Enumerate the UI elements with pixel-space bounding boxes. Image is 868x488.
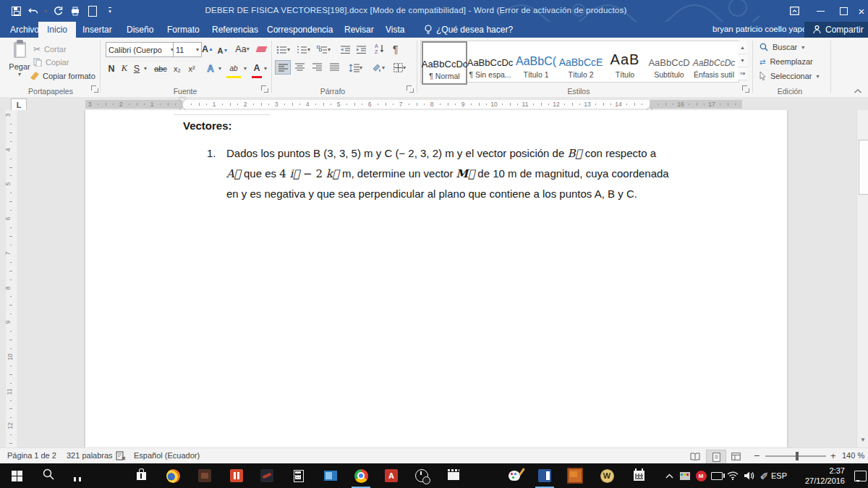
change-case-button[interactable]: Aa▾ bbox=[233, 41, 252, 56]
show-paragraph-marks-button[interactable]: ¶ bbox=[393, 41, 399, 56]
font-size-select[interactable]: 11▾ bbox=[173, 42, 202, 57]
subscript-button[interactable]: x₂ bbox=[171, 61, 184, 76]
text-effects-button[interactable]: A bbox=[205, 61, 216, 76]
styles-more-icon[interactable]: ≡▾ bbox=[738, 67, 747, 80]
paint-icon[interactable] bbox=[502, 463, 527, 488]
document-page[interactable]: Vectores: 1. Dados los puntos B (3, 3, 5… bbox=[85, 110, 787, 447]
tab-stop-selector[interactable]: L bbox=[11, 98, 27, 111]
strikethrough-button[interactable]: abc bbox=[152, 61, 169, 76]
language-indicator[interactable]: Español (Ecuador) bbox=[134, 451, 200, 460]
style-titulo-1[interactable]: AaBbC(Título 1 bbox=[515, 41, 557, 82]
style-titulo-2[interactable]: AaBbCcETítulo 2 bbox=[560, 41, 602, 82]
task-view-icon[interactable] bbox=[65, 463, 90, 488]
read-mode-icon[interactable] bbox=[686, 450, 705, 463]
italic-button[interactable]: K bbox=[119, 61, 130, 76]
calculator-icon[interactable] bbox=[286, 463, 311, 488]
paste-button[interactable]: Pegar ▾ bbox=[7, 42, 32, 77]
store-icon[interactable] bbox=[129, 463, 153, 488]
red-app-icon[interactable] bbox=[224, 463, 249, 488]
tab-diseno[interactable]: Diseño bbox=[118, 22, 162, 38]
user-name[interactable]: bryan patricio coello yapo bbox=[712, 25, 807, 33]
align-right-button[interactable] bbox=[310, 60, 324, 73]
increase-indent-button[interactable] bbox=[356, 42, 367, 57]
tab-formato[interactable]: Formato bbox=[158, 22, 208, 38]
tell-me-search[interactable]: ¿Qué desea hacer? bbox=[416, 22, 522, 38]
multilevel-list-button[interactable]: ▾ bbox=[317, 42, 331, 57]
style-normal[interactable]: AaBbCcDc¶ Normal bbox=[422, 41, 467, 85]
proofing-icon[interactable] bbox=[116, 451, 126, 462]
replace-button[interactable]: ⇄ Reemplazar bbox=[760, 57, 813, 66]
tab-vista[interactable]: Vista bbox=[377, 22, 413, 38]
calendar-icon[interactable] bbox=[626, 463, 651, 488]
style-titulo[interactable]: AaBTítulo bbox=[605, 41, 645, 82]
line-spacing-button[interactable]: ▾ bbox=[349, 60, 362, 75]
borders-button[interactable]: ▾ bbox=[393, 60, 406, 75]
photos-app-icon[interactable] bbox=[318, 463, 343, 488]
wow-icon[interactable]: W bbox=[595, 463, 619, 488]
clear-formatting-button[interactable] bbox=[253, 41, 269, 56]
print-layout-icon[interactable] bbox=[706, 450, 726, 464]
tab-correspondencia[interactable]: Correspondencia bbox=[258, 22, 341, 38]
copy-button[interactable]: Copiar bbox=[33, 58, 69, 67]
autocad-icon[interactable]: A bbox=[379, 463, 404, 488]
tab-revisar[interactable]: Revisar bbox=[336, 22, 383, 38]
grow-font-button[interactable]: A▲ bbox=[200, 41, 215, 56]
language-tray-button[interactable]: ESP bbox=[768, 463, 790, 488]
decrease-indent-button[interactable] bbox=[340, 42, 351, 57]
tab-insertar[interactable]: Insertar bbox=[74, 22, 121, 38]
clipboard-dialog-launcher-icon[interactable] bbox=[91, 85, 98, 93]
select-button[interactable]: Seleccionar▾ bbox=[760, 72, 820, 80]
scrollbar-thumb[interactable] bbox=[859, 140, 868, 195]
vertical-ruler[interactable]: 3456789101112 bbox=[6, 110, 17, 447]
paragraph-dialog-launcher-icon[interactable] bbox=[407, 85, 414, 93]
zoom-in-icon[interactable]: + bbox=[830, 450, 836, 461]
ribbon-display-options-icon[interactable] bbox=[783, 0, 805, 22]
superscript-button[interactable]: x² bbox=[185, 61, 198, 76]
font-color-dropdown-icon[interactable]: ▾ bbox=[262, 61, 269, 76]
game-dark-icon[interactable] bbox=[192, 463, 217, 488]
font-dialog-launcher-icon[interactable] bbox=[261, 85, 268, 93]
share-button[interactable]: Compartir bbox=[804, 22, 868, 38]
web-layout-icon[interactable] bbox=[726, 450, 745, 463]
underline-dropdown-icon[interactable]: ▾ bbox=[142, 61, 149, 76]
start-icon[interactable] bbox=[4, 463, 29, 488]
file-explorer-icon[interactable] bbox=[97, 463, 122, 488]
font-family-select[interactable]: Calibri (Cuerpo▾ bbox=[106, 42, 176, 57]
align-center-button[interactable] bbox=[292, 60, 307, 73]
align-left-button[interactable] bbox=[275, 60, 291, 75]
action-center-icon[interactable] bbox=[848, 463, 868, 488]
font-color-button[interactable]: A bbox=[252, 61, 262, 78]
find-button[interactable]: Buscar▾ bbox=[760, 43, 804, 51]
zoom-level[interactable]: 140 % bbox=[842, 451, 864, 460]
shrink-font-button[interactable]: A▼ bbox=[216, 43, 229, 58]
style-enfasis-sutil[interactable]: AaBbCcDcÉnfasis sutil bbox=[692, 41, 736, 82]
word-count[interactable]: 321 palabras bbox=[67, 451, 113, 460]
close-icon[interactable]: × bbox=[851, 0, 868, 22]
cut-button[interactable]: ✂ Cortar bbox=[33, 44, 67, 54]
game-steel-icon[interactable] bbox=[255, 463, 279, 488]
shading-button[interactable]: ▾ bbox=[372, 60, 385, 75]
style-subtitulo[interactable]: AaBbCcDSubtítulo bbox=[648, 41, 690, 82]
sort-button[interactable]: AZ bbox=[375, 41, 385, 56]
search-icon[interactable] bbox=[36, 463, 61, 488]
page-indicator[interactable]: Página 1 de 2 bbox=[7, 451, 56, 460]
styles-scroll-down-icon[interactable]: ▼ bbox=[738, 54, 747, 67]
vertical-scrollbar[interactable]: ▲ ▼ bbox=[856, 110, 868, 447]
scroll-down-icon[interactable]: ▼ bbox=[858, 434, 868, 445]
film-tv-icon[interactable] bbox=[441, 463, 466, 488]
styles-scroll-up-icon[interactable]: ▲ bbox=[738, 41, 747, 54]
numbering-button[interactable]: ▾ bbox=[297, 42, 310, 57]
text-effects-dropdown-icon[interactable]: ▾ bbox=[216, 61, 224, 76]
bullets-button[interactable]: ▾ bbox=[276, 42, 290, 57]
minimize-icon[interactable] bbox=[809, 0, 831, 22]
chrome-icon[interactable] bbox=[349, 463, 373, 488]
highlight-button[interactable]: ab bbox=[226, 61, 241, 78]
mail-icon[interactable] bbox=[472, 463, 496, 488]
style-sin-espaciado[interactable]: AaBbCcDc¶ Sin espa... bbox=[468, 41, 512, 82]
highlight-dropdown-icon[interactable]: ▾ bbox=[242, 61, 249, 76]
zoom-slider-thumb[interactable] bbox=[796, 452, 799, 460]
word-icon[interactable] bbox=[532, 463, 557, 488]
underline-button[interactable]: S bbox=[132, 61, 142, 76]
tab-referencias[interactable]: Referencias bbox=[203, 22, 267, 38]
tab-inicio[interactable]: Inicio bbox=[38, 22, 76, 38]
